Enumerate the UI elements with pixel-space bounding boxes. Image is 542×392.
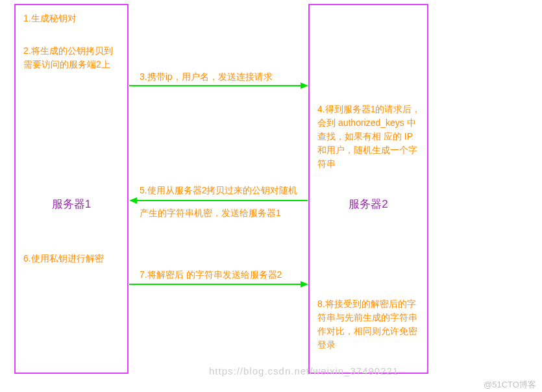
server2-box: 4.得到服务器1的请求后，会到 authorized_keys 中查找，如果有相… — [308, 4, 428, 374]
csdn-watermark: https://blog.csdn.net/weixin_37490221 — [209, 365, 399, 376]
step1-text: 1.生成秘钥对 — [21, 12, 79, 25]
arrow7-line — [129, 284, 302, 285]
arrow3-head-icon — [301, 82, 308, 89]
step6-text: 6.使用私钥进行解密 — [21, 252, 106, 265]
arrow5-head-icon — [129, 197, 137, 204]
cto-watermark: @51CTO博客 — [484, 379, 536, 391]
arrow3-label: 3.携带ip，用户名，发送连接请求 — [140, 70, 273, 84]
server1-title: 服务器1 — [16, 197, 127, 212]
server1-box: 1.生成秘钥对 2.将生成的公钥拷贝到需要访问的服务端2上 服务器1 6.使用私… — [14, 4, 129, 374]
step4-text: 4.得到服务器1的请求后，会到 authorized_keys 中查找，如果有相… — [315, 103, 425, 171]
step8-text: 8.将接受到的解密后的字符串与先前生成的字符串作对比，相同则允许免密登录 — [315, 297, 425, 352]
step2-text: 2.将生成的公钥拷贝到需要访问的服务端2上 — [21, 44, 118, 71]
arrow7-label: 7.将解密后 的字符串发送给服务器2 — [140, 268, 282, 282]
arrow5-label-top: 5.使用从服务器2拷贝过来的公钥对随机 — [140, 184, 297, 197]
arrow3-line — [129, 85, 302, 86]
server2-title: 服务器2 — [310, 197, 427, 212]
arrow7-head-icon — [301, 281, 308, 288]
arrow5-line — [137, 200, 308, 201]
arrow5-label-bottom: 产生的字符串机密，发送给服务器1 — [140, 206, 281, 220]
